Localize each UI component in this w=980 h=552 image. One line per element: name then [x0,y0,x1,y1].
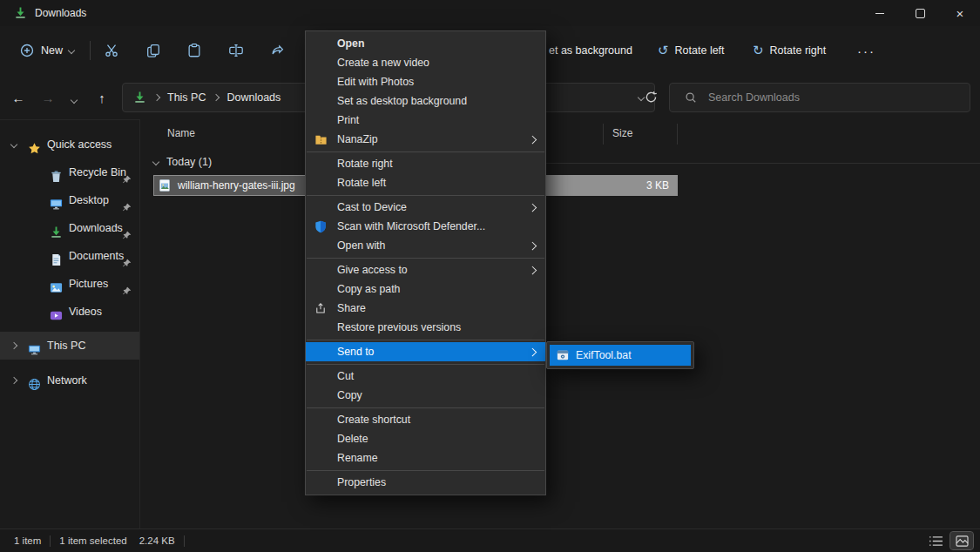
submenu-arrow-icon [528,135,536,143]
menu-item-label: Edit with Photos [337,76,414,88]
rotate-right-button[interactable]: ↻ Rotate right [753,43,826,58]
group-header-today[interactable]: Today (1) [153,152,212,172]
menu-item-give-access-to[interactable]: Give access to [306,260,545,279]
maximize-button[interactable] [900,0,940,26]
share-button[interactable] [262,36,294,65]
menu-item-scan-with-microsoft-defender[interactable]: Scan with Microsoft Defender... [306,217,545,236]
network-icon [28,374,42,387]
column-header-size[interactable]: Size [612,127,632,139]
menu-item-label: Set as desktop background [337,95,467,107]
file-list-pane: Name Size Today (1) william-henry-gates-… [140,119,980,528]
recent-locations-chevron-icon[interactable] [71,96,78,103]
menu-item-restore-previous-versions[interactable]: Restore previous versions [306,318,545,337]
menu-item-label: Copy as path [337,283,400,295]
rotate-right-icon: ↻ [753,43,764,58]
plus-icon [19,43,35,58]
menu-item-share[interactable]: Share [306,299,545,318]
set-as-background-button[interactable]: et as background [549,44,632,57]
sidebar-item-label: Recycle Bin [69,166,126,178]
back-button[interactable]: ← [7,90,30,104]
address-folder-icon [133,91,146,104]
sidebar-item-downloads[interactable]: Downloads [0,214,139,242]
sidebar-item-videos[interactable]: Videos [0,298,139,326]
menu-item-delete[interactable]: Delete [306,429,545,448]
rotate-left-button[interactable]: ↺ Rotate left [658,43,725,58]
menu-item-label: Give access to [337,264,408,276]
sidebar-item-recycle-bin[interactable]: Recycle Bin [0,158,139,186]
paste-icon [186,43,202,58]
image-file-icon [159,179,170,192]
column-divider[interactable] [677,124,678,145]
quick-access-list: Recycle BinDesktopDownloadsDocumentsPict… [0,158,139,326]
menu-item-cut[interactable]: Cut [306,367,545,386]
menu-item-set-as-desktop-background[interactable]: Set as desktop background [306,91,545,111]
documents-icon [50,249,64,263]
window-controls: × [860,0,980,26]
menu-item-cast-to-device[interactable]: Cast to Device [306,198,545,217]
rename-button[interactable] [220,36,252,65]
share-icon [270,43,286,58]
chevron-right-icon[interactable] [10,377,17,384]
cut-icon [104,43,119,58]
menu-item-rotate-right[interactable]: Rotate right [306,154,545,173]
menu-item-nanazip[interactable]: NanaZip [306,130,545,149]
sidebar-item-label: Downloads [69,222,123,234]
sidebar-item-pictures[interactable]: Pictures [0,270,139,298]
menu-item-label: Rename [337,452,377,464]
menu-item-rotate-left[interactable]: Rotate left [306,173,545,192]
column-divider[interactable] [603,124,604,145]
menu-item-edit-with-photos[interactable]: Edit with Photos [306,72,545,91]
submenu-item-exiftool-bat[interactable]: ExifTool.bat [550,345,691,366]
window-title: Downloads [35,7,86,19]
sidebar-item-network[interactable]: Network [0,367,139,394]
menu-item-label: Restore previous versions [337,321,461,333]
breadcrumb-downloads[interactable]: Downloads [226,91,280,104]
menu-item-open[interactable]: Open [306,34,545,53]
sidebar-item-label: Videos [69,306,102,318]
menu-separator [307,407,544,408]
chevron-down-icon[interactable] [10,141,17,148]
sidebar-item-desktop[interactable]: Desktop [0,186,139,214]
menu-item-copy[interactable]: Copy [306,386,545,405]
refresh-button[interactable] [638,84,664,111]
menu-item-open-with[interactable]: Open with [306,236,545,255]
chevron-right-icon[interactable] [10,342,17,349]
breadcrumb-chevron-icon[interactable] [213,93,220,100]
up-button[interactable]: ↑ [91,90,113,104]
paste-button[interactable] [179,36,210,65]
menu-item-copy-as-path[interactable]: Copy as path [306,279,545,299]
breadcrumb-chevron-icon[interactable] [153,93,160,100]
more-options-button[interactable]: ··· [857,44,875,58]
menu-item-label: Open with [337,239,385,252]
sidebar-item-this-pc[interactable]: This PC [0,332,139,360]
search-input[interactable] [706,84,963,111]
details-view-icon [929,535,943,547]
new-button[interactable]: New [10,37,83,64]
sidebar-item-quick-access[interactable]: Quick access [0,131,139,158]
rotate-left-icon: ↺ [658,43,669,58]
search-icon [685,91,697,107]
item-count: 1 item [14,535,41,546]
file-size-cell[interactable]: 3 KB [546,175,678,196]
file-name: william-henry-gates-iii.jpg [178,179,295,192]
menu-item-print[interactable]: Print [306,111,545,130]
breadcrumb-this-pc[interactable]: This PC [167,91,206,104]
close-button[interactable]: × [940,0,980,26]
sidebar-item-label: Quick access [47,138,112,151]
desktop-icon [50,193,64,207]
menu-item-create-a-new-video[interactable]: Create a new video [306,53,545,72]
menu-item-send-to[interactable]: Send to [306,342,545,361]
details-view-button[interactable] [924,532,947,549]
sidebar-item-documents[interactable]: Documents [0,242,139,270]
copy-button[interactable] [138,36,169,65]
menu-item-properties[interactable]: Properties [306,473,545,492]
sidebar-item-label: Documents [69,250,124,262]
status-divider [50,535,51,547]
large-icons-view-button[interactable] [950,532,973,549]
column-header-name[interactable]: Name [167,127,195,139]
forward-button[interactable]: → [37,90,59,104]
menu-item-rename[interactable]: Rename [306,448,545,468]
minimize-button[interactable] [860,0,900,26]
cut-button[interactable] [96,36,127,65]
menu-item-create-shortcut[interactable]: Create shortcut [306,410,545,429]
